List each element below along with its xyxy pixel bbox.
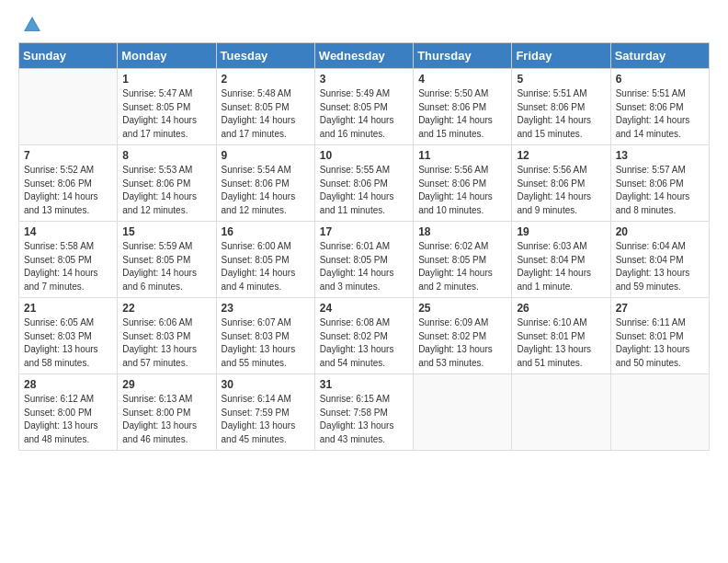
day-info: Sunrise: 5:49 AM Sunset: 8:05 PM Dayligh… — [320, 87, 408, 141]
calendar-cell: 5Sunrise: 5:51 AM Sunset: 8:06 PM Daylig… — [512, 69, 610, 145]
calendar-cell — [610, 374, 709, 451]
calendar-cell: 9Sunrise: 5:54 AM Sunset: 8:06 PM Daylig… — [216, 145, 314, 222]
day-number: 8 — [122, 149, 210, 162]
day-number: 13 — [616, 149, 704, 162]
calendar-week-row: 7Sunrise: 5:52 AM Sunset: 8:06 PM Daylig… — [19, 145, 710, 222]
day-number: 9 — [222, 149, 310, 162]
day-number: 30 — [222, 378, 310, 391]
day-number: 26 — [517, 302, 605, 315]
calendar-week-row: 28Sunrise: 6:12 AM Sunset: 8:00 PM Dayli… — [19, 374, 710, 451]
calendar-cell: 6Sunrise: 5:51 AM Sunset: 8:06 PM Daylig… — [610, 69, 709, 145]
day-number: 6 — [616, 73, 704, 86]
day-number: 7 — [24, 149, 112, 162]
weekday-header-tuesday: Tuesday — [216, 43, 314, 69]
day-number: 5 — [517, 73, 605, 86]
day-info: Sunrise: 5:59 AM Sunset: 8:05 PM Dayligh… — [122, 240, 210, 293]
weekday-header-saturday: Saturday — [610, 43, 709, 69]
weekday-header-sunday: Sunday — [19, 43, 118, 69]
day-number: 23 — [222, 302, 310, 315]
page-header — [18, 15, 710, 35]
day-info: Sunrise: 6:04 AM Sunset: 8:04 PM Dayligh… — [616, 240, 704, 293]
day-number: 11 — [418, 149, 506, 162]
calendar-cell: 2Sunrise: 5:48 AM Sunset: 8:05 PM Daylig… — [216, 69, 314, 145]
day-info: Sunrise: 5:48 AM Sunset: 8:05 PM Dayligh… — [222, 87, 310, 141]
day-number: 1 — [122, 73, 210, 86]
day-info: Sunrise: 6:12 AM Sunset: 8:00 PM Dayligh… — [24, 393, 112, 446]
calendar-cell: 12Sunrise: 5:56 AM Sunset: 8:06 PM Dayli… — [512, 145, 610, 222]
logo — [18, 15, 44, 35]
day-info: Sunrise: 5:51 AM Sunset: 8:06 PM Dayligh… — [616, 87, 704, 141]
day-info: Sunrise: 6:07 AM Sunset: 8:03 PM Dayligh… — [222, 316, 310, 370]
day-info: Sunrise: 6:13 AM Sunset: 8:00 PM Dayligh… — [122, 393, 210, 446]
day-info: Sunrise: 5:57 AM Sunset: 8:06 PM Dayligh… — [616, 164, 704, 217]
day-number: 24 — [320, 302, 408, 315]
calendar-cell: 16Sunrise: 6:00 AM Sunset: 8:05 PM Dayli… — [216, 222, 314, 298]
day-number: 18 — [418, 225, 506, 238]
calendar-cell: 19Sunrise: 6:03 AM Sunset: 8:04 PM Dayli… — [512, 222, 610, 298]
calendar-week-row: 1Sunrise: 5:47 AM Sunset: 8:05 PM Daylig… — [19, 69, 710, 145]
calendar-cell: 21Sunrise: 6:05 AM Sunset: 8:03 PM Dayli… — [19, 298, 118, 374]
calendar-cell: 29Sunrise: 6:13 AM Sunset: 8:00 PM Dayli… — [118, 374, 216, 451]
calendar-cell: 11Sunrise: 5:56 AM Sunset: 8:06 PM Dayli… — [414, 145, 512, 222]
calendar-cell: 30Sunrise: 6:14 AM Sunset: 7:59 PM Dayli… — [216, 374, 314, 451]
day-number: 28 — [24, 378, 112, 391]
weekday-header-row: SundayMondayTuesdayWednesdayThursdayFrid… — [19, 43, 710, 69]
calendar-cell: 25Sunrise: 6:09 AM Sunset: 8:02 PM Dayli… — [414, 298, 512, 374]
day-number: 2 — [222, 73, 310, 86]
day-info: Sunrise: 5:53 AM Sunset: 8:06 PM Dayligh… — [122, 164, 210, 217]
day-info: Sunrise: 5:52 AM Sunset: 8:06 PM Dayligh… — [24, 164, 112, 217]
calendar-cell: 23Sunrise: 6:07 AM Sunset: 8:03 PM Dayli… — [216, 298, 314, 374]
day-number: 19 — [517, 225, 605, 238]
weekday-header-wednesday: Wednesday — [314, 43, 413, 69]
calendar-cell — [414, 374, 512, 451]
day-info: Sunrise: 6:05 AM Sunset: 8:03 PM Dayligh… — [24, 316, 112, 370]
calendar-week-row: 21Sunrise: 6:05 AM Sunset: 8:03 PM Dayli… — [19, 298, 710, 374]
day-number: 15 — [122, 225, 210, 238]
calendar-cell: 13Sunrise: 5:57 AM Sunset: 8:06 PM Dayli… — [610, 145, 709, 222]
day-info: Sunrise: 5:56 AM Sunset: 8:06 PM Dayligh… — [517, 164, 605, 217]
calendar-cell: 1Sunrise: 5:47 AM Sunset: 8:05 PM Daylig… — [118, 69, 216, 145]
day-info: Sunrise: 6:03 AM Sunset: 8:04 PM Dayligh… — [517, 240, 605, 293]
day-number: 25 — [418, 302, 506, 315]
calendar-cell: 3Sunrise: 5:49 AM Sunset: 8:05 PM Daylig… — [314, 69, 413, 145]
day-number: 4 — [418, 73, 506, 86]
day-number: 14 — [24, 225, 112, 238]
day-number: 17 — [320, 225, 408, 238]
day-info: Sunrise: 6:14 AM Sunset: 7:59 PM Dayligh… — [222, 393, 310, 446]
day-info: Sunrise: 6:15 AM Sunset: 7:58 PM Dayligh… — [320, 393, 408, 446]
day-info: Sunrise: 5:51 AM Sunset: 8:06 PM Dayligh… — [517, 87, 605, 141]
day-info: Sunrise: 5:47 AM Sunset: 8:05 PM Dayligh… — [122, 87, 210, 141]
calendar-cell: 28Sunrise: 6:12 AM Sunset: 8:00 PM Dayli… — [19, 374, 118, 451]
calendar-cell: 18Sunrise: 6:02 AM Sunset: 8:05 PM Dayli… — [414, 222, 512, 298]
calendar-week-row: 14Sunrise: 5:58 AM Sunset: 8:05 PM Dayli… — [19, 222, 710, 298]
day-number: 29 — [122, 378, 210, 391]
calendar-table: SundayMondayTuesdayWednesdayThursdayFrid… — [18, 42, 710, 451]
day-info: Sunrise: 5:58 AM Sunset: 8:05 PM Dayligh… — [24, 240, 112, 293]
weekday-header-monday: Monday — [118, 43, 216, 69]
day-info: Sunrise: 6:01 AM Sunset: 8:05 PM Dayligh… — [320, 240, 408, 293]
calendar-cell — [19, 69, 118, 145]
weekday-header-thursday: Thursday — [414, 43, 512, 69]
day-info: Sunrise: 6:09 AM Sunset: 8:02 PM Dayligh… — [418, 316, 506, 370]
day-number: 3 — [320, 73, 408, 86]
day-number: 20 — [616, 225, 704, 238]
calendar-cell: 7Sunrise: 5:52 AM Sunset: 8:06 PM Daylig… — [19, 145, 118, 222]
day-info: Sunrise: 5:55 AM Sunset: 8:06 PM Dayligh… — [320, 164, 408, 217]
day-number: 16 — [222, 225, 310, 238]
calendar-cell: 17Sunrise: 6:01 AM Sunset: 8:05 PM Dayli… — [314, 222, 413, 298]
day-number: 21 — [24, 302, 112, 315]
day-info: Sunrise: 6:08 AM Sunset: 8:02 PM Dayligh… — [320, 316, 408, 370]
day-info: Sunrise: 6:10 AM Sunset: 8:01 PM Dayligh… — [517, 316, 605, 370]
day-number: 10 — [320, 149, 408, 162]
calendar-cell: 27Sunrise: 6:11 AM Sunset: 8:01 PM Dayli… — [610, 298, 709, 374]
day-number: 31 — [320, 378, 408, 391]
day-info: Sunrise: 6:00 AM Sunset: 8:05 PM Dayligh… — [222, 240, 310, 293]
calendar-cell: 4Sunrise: 5:50 AM Sunset: 8:06 PM Daylig… — [414, 69, 512, 145]
day-info: Sunrise: 6:11 AM Sunset: 8:01 PM Dayligh… — [616, 316, 704, 370]
logo-icon — [22, 15, 42, 35]
calendar-cell: 8Sunrise: 5:53 AM Sunset: 8:06 PM Daylig… — [118, 145, 216, 222]
day-number: 12 — [517, 149, 605, 162]
calendar-cell — [512, 374, 610, 451]
calendar-cell: 14Sunrise: 5:58 AM Sunset: 8:05 PM Dayli… — [19, 222, 118, 298]
day-info: Sunrise: 6:06 AM Sunset: 8:03 PM Dayligh… — [122, 316, 210, 370]
